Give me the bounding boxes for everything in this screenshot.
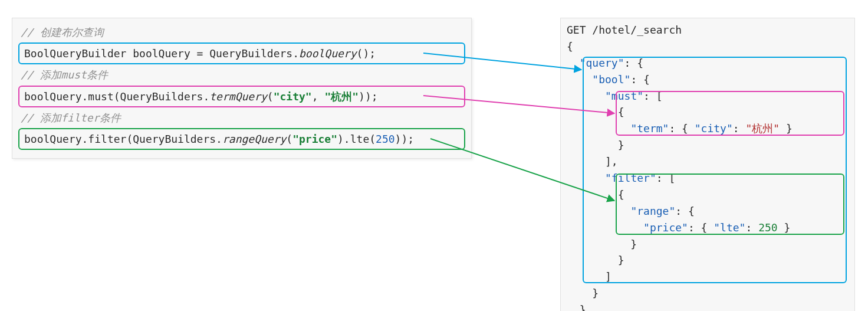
json-punc: : [ [643, 90, 663, 102]
json-punc: : { [630, 73, 650, 86]
json-key: "filter" [605, 172, 656, 184]
java-line-filter: boolQuery.filter(QueryBuilders.rangeQuer… [18, 128, 465, 150]
json-punc: : [745, 221, 758, 234]
json-request-line: GET /hotel/_search [567, 24, 682, 36]
json-dsl-panel: GET /hotel/_search { "query": { "bool": … [560, 18, 855, 311]
json-key: "must" [605, 90, 643, 102]
code-number: 250 [376, 133, 395, 145]
code-string: "city" [274, 90, 312, 103]
code-text: ( [286, 133, 292, 145]
json-punc: } [780, 122, 793, 135]
code-method: termQuery [209, 90, 267, 103]
json-brace: } [567, 287, 599, 299]
java-line-boolquery: BoolQueryBuilder boolQuery = QueryBuilde… [18, 42, 465, 64]
json-punc: : { [669, 122, 694, 135]
json-indent [567, 172, 605, 184]
code-text: ).lte( [337, 133, 376, 145]
json-punc: ], [567, 155, 618, 168]
json-punc: : { [675, 205, 695, 217]
json-key: "range" [630, 205, 675, 217]
json-brace: } [567, 254, 624, 266]
code-text: , [312, 90, 325, 103]
comment-add-filter: // 添加filter条件 [18, 109, 465, 127]
json-indent [567, 90, 605, 102]
java-code-panel: // 创建布尔查询 BoolQueryBuilder boolQuery = Q… [12, 18, 472, 159]
json-punc: : { [688, 221, 714, 234]
code-method: boolQuery [299, 47, 357, 60]
comment-add-must: // 添加must条件 [18, 66, 465, 84]
json-brace: { [567, 40, 573, 53]
json-brace: } [567, 303, 586, 311]
java-line-must: boolQuery.must(QueryBuilders.termQuery("… [18, 86, 465, 107]
code-method: rangeQuery [222, 133, 286, 145]
code-text: )); [395, 133, 415, 145]
code-text: )); [359, 90, 378, 103]
json-indent [567, 221, 643, 234]
json-key: "city" [695, 122, 733, 135]
json-brace: { [567, 106, 624, 118]
code-string: "price" [292, 133, 337, 145]
json-punc: ] [567, 270, 611, 283]
json-code: GET /hotel/_search { "query": { "bool": … [567, 22, 849, 311]
json-key: "lte" [714, 221, 745, 234]
json-punc: : [733, 122, 746, 135]
json-key: "term" [630, 122, 669, 135]
json-punc: : { [624, 57, 644, 69]
json-brace: } [567, 139, 624, 151]
code-text: ( [267, 90, 274, 103]
json-brace: } [567, 238, 637, 250]
json-string-value: "杭州" [745, 122, 780, 135]
code-text: boolQuery.filter(QueryBuilders. [24, 133, 222, 145]
json-indent [567, 57, 580, 69]
comment-create-bool: // 创建布尔查询 [18, 23, 465, 41]
json-punc: } [778, 221, 791, 234]
json-brace: { [567, 188, 624, 201]
json-indent [567, 205, 630, 217]
json-indent [567, 73, 592, 86]
code-text: boolQuery.must(QueryBuilders. [24, 90, 209, 103]
json-key: "query" [580, 57, 624, 69]
json-punc: : [ [656, 172, 676, 184]
json-key: "price" [643, 221, 688, 234]
code-string: "杭州" [324, 90, 359, 103]
json-key: "bool" [592, 73, 630, 86]
json-number-value: 250 [758, 221, 778, 234]
code-text: (); [357, 47, 376, 60]
json-indent [567, 122, 630, 135]
code-text: BoolQueryBuilder boolQuery = QueryBuilde… [24, 47, 299, 60]
